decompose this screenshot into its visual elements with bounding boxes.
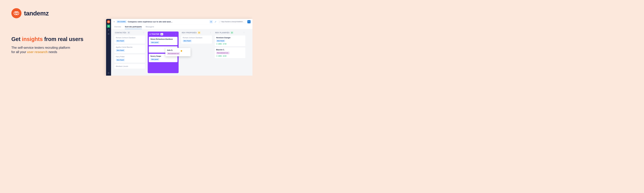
panel-tag: Recrutement ext	[167, 52, 180, 55]
svg-marker-23	[217, 56, 217, 56]
panel-tag: Mon Panel	[183, 39, 192, 42]
column-title: RDV PROPOSÉS	[182, 32, 197, 34]
topbar: EN COURS Comparez votre expérience sur l…	[111, 19, 252, 25]
copy-button[interactable]	[248, 20, 251, 23]
panel-tag: Mon panel	[150, 58, 159, 61]
panel-tag: Recrutement ext.	[216, 52, 230, 54]
participant-card[interactable]: Hermione Granger Mon Panel 24/02 - 17:00	[214, 35, 246, 46]
copy-icon	[248, 21, 250, 22]
card-icon	[108, 33, 109, 35]
tab-overview[interactable]: Overview	[114, 24, 121, 29]
svg-rect-8	[108, 26, 108, 27]
help-icon	[108, 72, 109, 74]
page-title: Comparez votre expérience sur le site we…	[128, 20, 208, 23]
headline: Get insights from real users	[12, 36, 95, 42]
edit-button[interactable]	[214, 20, 217, 23]
preview-button[interactable]	[210, 20, 213, 23]
participant-name: Richard Jonhson-Davidson	[183, 37, 210, 39]
tabs: Overview Suivi des participants Messager…	[111, 25, 252, 29]
tab-participants[interactable]: Suivi des participants	[125, 24, 142, 29]
panel-tag: Mon panel	[150, 41, 159, 44]
svg-point-5	[108, 21, 109, 22]
panel-tag: Mon Panel	[116, 59, 125, 61]
column-contacted: CONTACTÉS 7 ⋮ Richard Jonhson-Davidson M…	[114, 31, 145, 73]
participant-name: Simon Richardson-Davidson	[150, 38, 176, 40]
participant-name: Abraham Lincoln	[116, 65, 144, 67]
sidebar-item-people[interactable]	[107, 28, 110, 32]
svg-rect-6	[108, 25, 108, 26]
column-menu[interactable]: ⋮	[143, 32, 144, 34]
tandemz-mini-icon	[108, 21, 110, 23]
column-title: RDV PLANIFIÉS	[215, 32, 230, 34]
panel-tag: Mon Panel	[116, 49, 125, 52]
column-planned: RDV PLANIFIÉS 2 ⋮ Hermione Granger Mon P…	[214, 31, 246, 73]
svg-rect-12	[108, 34, 109, 34]
panel-tag: Mon Panel	[216, 39, 225, 42]
column-count: 3	[160, 33, 163, 35]
column-title: CONTACTÉS	[115, 32, 126, 34]
participant-card[interactable]: Agathe-Cécile Blanche Mon Panel	[114, 45, 145, 53]
column-count: 0	[198, 31, 200, 34]
column-count: 7	[128, 31, 130, 34]
marketing-panel: tandemz Get insights from real users The…	[0, 0, 106, 76]
participant-name: Hermione Granger	[216, 37, 244, 39]
column-title: A TRAITER	[150, 33, 160, 35]
appointment-date: 24/02 - 17:00	[216, 43, 244, 45]
kanban-board: CONTACTÉS 7 ⋮ Richard Jonhson-Davidson M…	[111, 29, 252, 76]
svg-point-18	[211, 21, 212, 22]
svg-rect-22	[216, 56, 217, 56]
brand-logo	[12, 8, 22, 18]
video-icon	[216, 43, 218, 45]
close-button[interactable]	[113, 20, 115, 23]
dragging-card[interactable]: Julie G. Recrutement ext	[165, 48, 190, 56]
appointment-date: 24/02 - 10:00	[216, 55, 244, 57]
participant-name: Harry Potter	[116, 56, 144, 58]
svg-rect-9	[109, 26, 109, 27]
svg-rect-19	[249, 21, 250, 22]
url-box: https://tandemz.io/study/436d6553-21…	[218, 20, 246, 23]
participant-name: Richard Jonhson-Davidson	[116, 37, 144, 39]
video-icon	[216, 55, 218, 57]
grab-cursor-icon: ✊	[180, 50, 182, 52]
subheadline: The self-service testers recruiting plat…	[12, 45, 95, 54]
column-menu[interactable]: ⋮	[175, 33, 177, 35]
participant-name: Blanche C.	[216, 49, 244, 51]
column-menu[interactable]: ⋮	[243, 32, 245, 34]
participant-card[interactable]: Richard Jonhson-Davidson Mon Panel	[114, 35, 145, 44]
app-screenshot: EN COURS Comparez votre expérience sur l…	[106, 19, 252, 76]
grid-icon	[108, 25, 109, 27]
participant-card[interactable]: Abraham Lincoln	[114, 64, 145, 69]
logo-row: tandemz	[12, 8, 95, 18]
participant-card[interactable]: Blanche C. Recrutement ext. 24/02 - 10:0…	[214, 47, 246, 58]
close-icon	[114, 21, 115, 22]
participant-card[interactable]: Richard Jonhson-Davidson Mon Panel	[181, 35, 212, 44]
svg-rect-20	[216, 44, 217, 44]
participant-name: Julie G.	[167, 49, 189, 51]
status-badge: EN COURS	[116, 20, 126, 23]
svg-rect-7	[109, 25, 109, 26]
svg-marker-21	[217, 44, 217, 44]
url-text: https://tandemz.io/study/436d6553-21…	[222, 21, 245, 22]
sidebar-help[interactable]	[107, 72, 110, 75]
link-icon	[220, 21, 221, 22]
sidebar-logo[interactable]	[107, 20, 110, 23]
participant-card[interactable]: Simon Richardson-Davidson Mon panel	[149, 37, 178, 45]
edit-icon	[215, 21, 216, 22]
main-area: EN COURS Comparez votre expérience sur l…	[111, 19, 252, 76]
column-menu[interactable]: ⋮	[210, 32, 212, 34]
participant-name: Agathe-Cécile Blanche	[116, 46, 144, 48]
tandemz-logo-icon	[14, 10, 19, 16]
brand-name: tandemz	[24, 10, 49, 17]
tab-messaging[interactable]: Messagerie	[146, 24, 154, 29]
column-count: 2	[230, 31, 233, 34]
eye-icon	[210, 21, 212, 22]
participant-card[interactable]: Harry Potter Mon Panel	[114, 54, 145, 63]
sidebar	[106, 19, 111, 76]
panel-tag: Mon Panel	[116, 39, 125, 42]
users-icon	[108, 29, 109, 31]
sidebar-item-dashboard[interactable]	[107, 25, 110, 28]
svg-point-11	[109, 30, 109, 30]
sidebar-item-billing[interactable]	[107, 32, 110, 35]
